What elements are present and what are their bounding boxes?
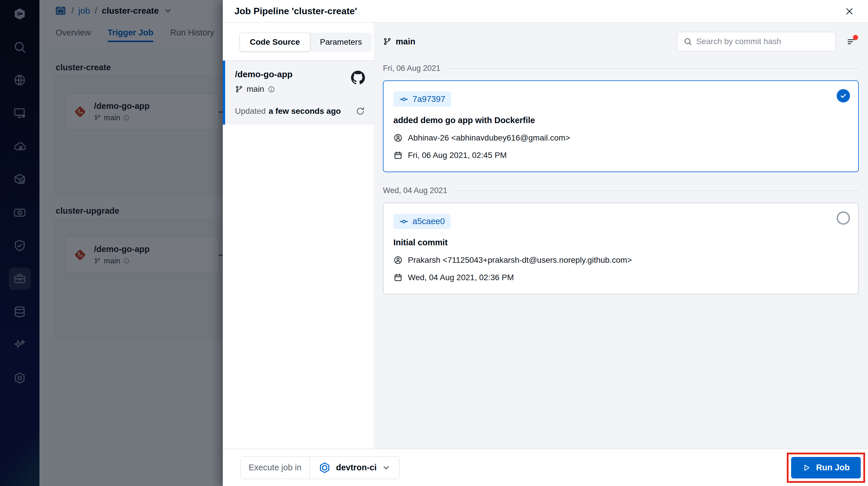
gear-icon (13, 371, 26, 385)
commit-unselected-radio[interactable] (837, 211, 850, 225)
git-icon (73, 105, 87, 119)
commit-search-input[interactable] (696, 37, 829, 46)
sidebar-item-jobs[interactable] (9, 268, 31, 290)
git-material-item[interactable]: /demo-go-app main Updated a few seconds … (223, 61, 374, 124)
commit-selected-radio[interactable] (837, 89, 850, 103)
info-icon (123, 114, 130, 121)
run-job-label: Run Job (816, 463, 850, 473)
modal-title: Job Pipeline 'cluster-create' (235, 6, 357, 17)
pipeline-title-cluster-create: cluster-create (56, 63, 111, 72)
filter-button[interactable] (844, 34, 859, 49)
sidebar-item-observe[interactable] (9, 201, 31, 224)
breadcrumb: / job / cluster-create (55, 5, 172, 17)
breadcrumb-separator: / (71, 6, 74, 16)
sidebar-item-resource-browser[interactable] (9, 301, 31, 323)
git-node-cluster-upgrade[interactable]: /demo-go-app main (65, 237, 219, 273)
breadcrumb-job-link[interactable]: job (78, 6, 90, 16)
sidebar-item-global[interactable] (9, 69, 31, 91)
globe-icon (13, 74, 26, 87)
material-panel: Code Source Parameters /demo-go-app main… (223, 23, 374, 449)
info-icon (268, 86, 275, 93)
commit-hash-chip[interactable]: a5caee0 (393, 214, 451, 229)
commit-time: Fri, 06 Aug 2021, 02:45 PM (408, 151, 507, 160)
commit-icon (399, 95, 408, 104)
sidebar-item-deploy[interactable] (9, 168, 31, 191)
sidebar-item-security[interactable] (9, 235, 31, 257)
branch-header-name: main (396, 37, 415, 47)
breadcrumb-current: cluster-create (102, 6, 159, 16)
tab-run-history[interactable]: Run History (170, 28, 214, 42)
commit-list: Fri, 06 Aug 2021 7a97397 added demo go a… (383, 56, 859, 294)
commit-card-a5caee0[interactable]: a5caee0 Initial commit Prakarsh <7112504… (383, 203, 859, 294)
commit-message: added demo go app with Dockerfile (393, 116, 849, 125)
node-branch-name: main (104, 256, 120, 265)
node-repo-name: /demo-go-app (94, 101, 150, 111)
sidebar-item-app-group[interactable] (9, 102, 31, 124)
commit-group-date: Fri, 06 Aug 2021 (383, 64, 440, 73)
play-icon (802, 463, 811, 472)
sidebar (0, 0, 39, 486)
commit-hash: 7a97397 (412, 94, 445, 104)
tab-trigger-job[interactable]: Trigger Job (107, 28, 153, 42)
commit-search (677, 32, 836, 51)
node-repo-name: /demo-go-app (94, 245, 150, 254)
tab-overview[interactable]: Overview (56, 28, 91, 42)
tab-parameters[interactable]: Parameters (310, 32, 372, 52)
source-tabs: Code Source Parameters (223, 23, 374, 61)
node-branch-name: main (104, 113, 120, 122)
date-divider-line (448, 68, 859, 69)
sparkle-icon (13, 338, 26, 351)
branch-icon (94, 114, 101, 121)
refresh-material-button[interactable] (356, 107, 365, 116)
calendar-icon (393, 273, 403, 282)
breadcrumb-separator: / (95, 6, 97, 16)
camera-icon (13, 206, 26, 219)
info-icon (123, 258, 130, 264)
commit-icon (399, 217, 408, 226)
environment-select[interactable]: devtron-ci (310, 457, 399, 479)
commit-card-7a97397[interactable]: 7a97397 added demo go app with Dockerfil… (383, 80, 859, 172)
date-divider-line (455, 191, 859, 191)
github-icon (351, 70, 365, 84)
run-job-button[interactable]: Run Job (791, 457, 861, 479)
commit-author: Prakarsh <71125043+prakarsh-dt@users.nor… (408, 256, 632, 265)
sidebar-item-settings[interactable] (9, 367, 31, 389)
close-button[interactable] (842, 4, 857, 18)
commit-message: Initial commit (393, 238, 849, 247)
package-icon (13, 173, 26, 186)
cloud-icon (13, 140, 26, 153)
environment-name: devtron-ci (336, 463, 377, 473)
devtron-logo-icon[interactable] (9, 3, 31, 25)
page-tabs: Overview Trigger Job Run History (56, 28, 243, 42)
commit-date-group: Fri, 06 Aug 2021 (383, 64, 859, 73)
tab-code-source[interactable]: Code Source (240, 32, 310, 52)
refresh-icon (356, 107, 365, 116)
commit-date-group: Wed, 04 Aug 2021 (383, 186, 859, 195)
material-repo-name: /demo-go-app (235, 69, 365, 79)
modal-footer: Execute job in devtron-ci Run Job (223, 449, 868, 486)
author-icon (393, 133, 403, 143)
branch-icon (94, 257, 101, 264)
search-icon (13, 40, 26, 54)
commit-hash: a5caee0 (412, 217, 445, 226)
sidebar-item-search[interactable] (9, 36, 31, 58)
monitor-icon (13, 107, 26, 120)
sidebar-item-ai[interactable] (9, 334, 31, 356)
commit-panel: main Fri, 06 Aug 2021 (374, 23, 868, 449)
briefcase-icon (13, 272, 26, 285)
material-updated-label: Updated (235, 107, 266, 116)
commit-hash-chip[interactable]: 7a97397 (393, 91, 451, 107)
job-app-icon (55, 5, 67, 17)
job-pipeline-modal: Job Pipeline 'cluster-create' Code Sourc… (223, 0, 868, 486)
chevron-down-icon[interactable] (164, 6, 172, 15)
close-icon (844, 6, 855, 16)
chevron-down-icon (382, 463, 391, 472)
search-icon (683, 37, 692, 46)
author-icon (393, 256, 403, 265)
git-node-cluster-create[interactable]: /demo-go-app main (65, 94, 219, 130)
run-job-annotation-highlight: Run Job (787, 453, 865, 483)
calendar-icon (393, 151, 403, 160)
sidebar-item-build[interactable] (9, 135, 31, 158)
branch-icon (235, 85, 243, 93)
material-branch-name: main (247, 84, 264, 94)
